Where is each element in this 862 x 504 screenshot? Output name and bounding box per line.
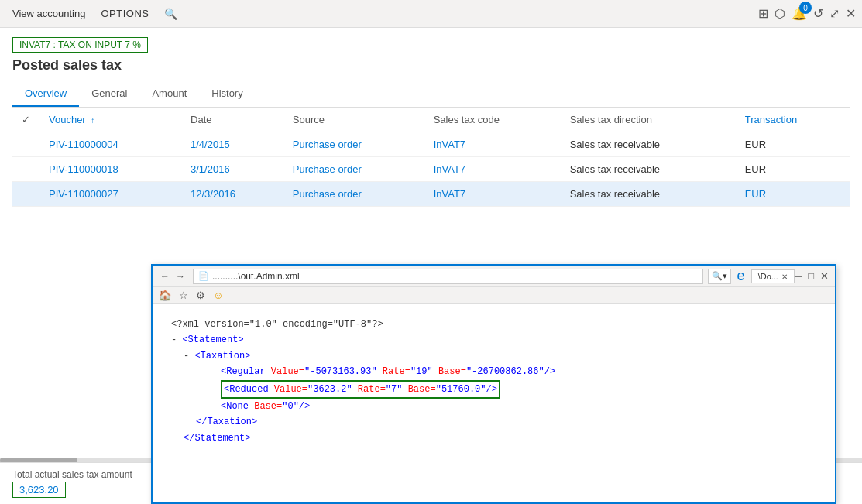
browser-tab[interactable]: \Do... ✕: [751, 269, 795, 283]
col-tax-code[interactable]: Sales tax code: [424, 108, 561, 132]
cell-check: [12, 132, 39, 157]
tab-history[interactable]: History: [199, 81, 255, 107]
search-bar[interactable]: 🔍: [164, 8, 177, 20]
xml-line-6: <None Base="0"/>: [221, 399, 816, 414]
col-check[interactable]: ✓: [12, 108, 39, 132]
col-date[interactable]: Date: [181, 108, 283, 132]
tab-close-button[interactable]: ✕: [781, 273, 788, 281]
ie-icon: e: [737, 268, 745, 284]
xml-line-1: <?xml version="1.0" encoding="UTF-8"?>: [171, 317, 816, 332]
cell-currency: EUR: [736, 157, 850, 182]
col-tax-direction[interactable]: Sales tax direction: [561, 108, 736, 132]
tab-overview[interactable]: Overview: [12, 81, 79, 107]
settings-icon[interactable]: ⚙: [196, 290, 205, 301]
top-bar-right-icons: ⊞ ⬡ 🔔 0 ↺ ⤢ ✕: [758, 6, 856, 21]
tax-tag: INVAT7 : TAX ON INPUT 7 %: [12, 37, 148, 53]
browser-titlebar: ← → 📄 ..........\out.Admin.xml 🔍 ▾ e \Do…: [153, 266, 835, 287]
table-container: ✓ Voucher ↑ Date Source Sales tax code S…: [12, 108, 850, 207]
back-button[interactable]: ←: [159, 270, 171, 283]
emoji-icon: ☺: [213, 290, 223, 301]
tab-amount[interactable]: Amount: [139, 81, 199, 107]
xml-line-3: - <Taxation>: [184, 348, 816, 364]
sort-arrow: ↑: [91, 116, 94, 125]
refresh-icon[interactable]: ↺: [813, 6, 823, 21]
cell-voucher[interactable]: PIV-110000004: [39, 132, 181, 157]
tax-code-link[interactable]: InVAT7: [434, 188, 465, 200]
options-menu[interactable]: OPTIONS: [94, 5, 155, 22]
browser-right-controls: ─ □ ✕: [795, 270, 829, 282]
close-window-icon[interactable]: ✕: [846, 6, 856, 21]
cell-date: 3/1/2016: [181, 157, 283, 182]
tab-label: \Do...: [758, 272, 778, 281]
main-content: INVAT7 : TAX ON INPUT 7 % Posted sales t…: [0, 28, 862, 504]
cell-source: Purchase order: [283, 132, 424, 157]
table-row: PIV-110000018 3/1/2016 Purchase order In…: [12, 157, 850, 182]
cell-source: Purchase order: [283, 182, 424, 207]
browser-toolbar: 🏠 ☆ ⚙ ☺: [153, 287, 835, 304]
xml-line-2: - <Statement>: [171, 332, 816, 348]
table-row-highlighted: PIV-110000027 12/3/2016 Purchase order I…: [12, 182, 850, 207]
xml-line-8: </Statement>: [184, 430, 816, 446]
cell-check: [12, 157, 39, 182]
cell-tax-code[interactable]: InVAT7: [424, 132, 561, 157]
cell-tax-direction: Sales tax receivable: [561, 132, 736, 157]
cell-check: [12, 182, 39, 207]
cell-voucher[interactable]: PIV-110000027: [39, 182, 181, 207]
address-text[interactable]: ..........\out.Admin.xml: [212, 271, 300, 282]
address-bar[interactable]: 📄 ..........\out.Admin.xml: [193, 269, 703, 284]
table-row: PIV-110000004 1/4/2015 Purchase order In…: [12, 132, 850, 157]
notification-badge: 0: [799, 2, 812, 14]
cell-voucher[interactable]: PIV-110000018: [39, 157, 181, 182]
expand-icon[interactable]: ⤢: [829, 6, 840, 21]
search-icon: 🔍: [712, 271, 723, 281]
xml-line-5: <Reduced Value="3623.2" Rate="7" Base="5…: [221, 380, 816, 399]
view-accounting-link[interactable]: View accounting: [6, 5, 91, 22]
top-bar: View accounting OPTIONS 🔍 ⊞ ⬡ 🔔 0 ↺ ⤢ ✕: [0, 0, 862, 28]
cell-tax-direction: Sales tax receivable: [561, 182, 736, 207]
cell-tax-direction: Sales tax receivable: [561, 157, 736, 182]
top-bar-nav: View accounting OPTIONS 🔍: [6, 5, 177, 22]
browser-nav-controls: ← →: [159, 270, 187, 283]
xml-line-4: <Regular Value="-5073163.93" Rate="19" B…: [221, 364, 816, 379]
cell-date: 12/3/2016: [181, 182, 283, 207]
grid-icon[interactable]: ⊞: [758, 6, 768, 21]
xml-browser-window: ← → 📄 ..........\out.Admin.xml 🔍 ▾ e \Do…: [151, 264, 836, 504]
cell-currency: EUR: [736, 182, 850, 207]
voucher-link[interactable]: PIV-110000018: [49, 163, 118, 175]
xml-content: <?xml version="1.0" encoding="UTF-8"?> -…: [153, 304, 835, 501]
tabs-bar: Overview General Amount History: [12, 81, 850, 108]
cell-source: Purchase order: [283, 157, 424, 182]
star-icon[interactable]: ☆: [179, 290, 188, 301]
xml-proc-instruction: <?xml version="1.0" encoding="UTF-8"?>: [171, 319, 383, 330]
search-icon[interactable]: 🔍: [164, 8, 177, 20]
cell-currency: EUR: [736, 132, 850, 157]
home-icon[interactable]: 🏠: [159, 290, 171, 301]
close-browser-button[interactable]: ✕: [820, 270, 829, 282]
col-voucher[interactable]: Voucher ↑: [39, 108, 181, 132]
tax-code-link[interactable]: InVAT7: [434, 163, 465, 175]
office-icon[interactable]: ⬡: [774, 6, 785, 21]
total-tax-amount: 3,623.20: [12, 482, 66, 498]
search-arrow: ▾: [723, 271, 727, 281]
minimize-button[interactable]: ─: [795, 270, 802, 282]
voucher-link[interactable]: PIV-110000004: [49, 139, 118, 150]
col-currency[interactable]: Transaction: [736, 108, 850, 132]
xml-line-7: </Taxation>: [196, 414, 816, 430]
browser-search[interactable]: 🔍 ▾: [708, 269, 731, 284]
notification-icon[interactable]: 🔔 0: [792, 6, 807, 21]
voucher-link[interactable]: PIV-110000027: [49, 188, 118, 200]
col-source[interactable]: Source: [283, 108, 424, 132]
cell-tax-code[interactable]: InVAT7: [424, 182, 561, 207]
tab-general[interactable]: General: [79, 81, 139, 107]
tax-code-link[interactable]: InVAT7: [434, 139, 465, 150]
cell-date: 1/4/2015: [181, 132, 283, 157]
page-icon: 📄: [198, 271, 209, 281]
highlighted-xml-line: <Reduced Value="3623.2" Rate="7" Base="5…: [221, 380, 500, 399]
forward-button[interactable]: →: [174, 270, 187, 283]
page-title: Posted sales tax: [12, 57, 850, 74]
maximize-button[interactable]: □: [808, 270, 814, 282]
records-table: ✓ Voucher ↑ Date Source Sales tax code S…: [12, 108, 850, 207]
cell-tax-code[interactable]: InVAT7: [424, 157, 561, 182]
